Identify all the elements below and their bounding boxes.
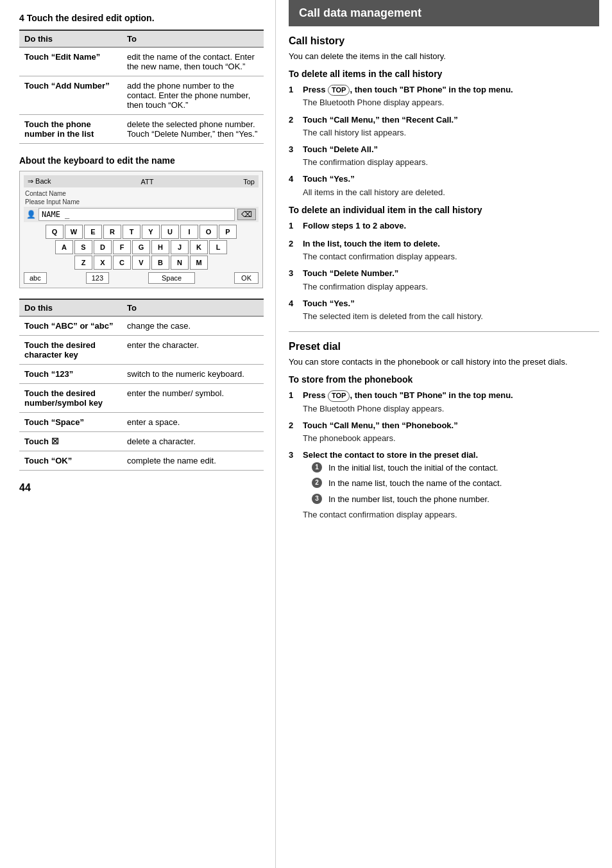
list-item: 3 Select the contact to store in the pre… [289,449,599,521]
kb-key-q[interactable]: Q [46,225,64,239]
delete-all-subtitle: To delete all items in the call history [289,69,599,79]
kb-key-a[interactable]: A [55,240,73,254]
kb-key-g[interactable]: G [132,240,150,254]
table2: Do this To Touch “ABC” or “abc” change t… [19,299,264,471]
sub-step-3: 3 In the number list, touch the phone nu… [303,494,502,505]
table2-row2-to: enter the character. [122,336,264,365]
table1-row3-to: delete the selected phone number. Touch … [122,115,264,144]
table2-row2-do: Touch the desired character key [19,336,122,365]
kb-key-h[interactable]: H [151,240,169,254]
table-row: Touch “Space” enter a space. [19,413,264,432]
table2-col1: Do this [19,299,122,317]
kb-backspace-btn[interactable]: ⌫ [237,209,256,220]
kb-abc-btn[interactable]: abc [24,272,47,284]
table-row: Touch “Edit Name” edit the name of the c… [19,48,264,76]
table2-row7-to: complete the name edit. [122,451,264,471]
kb-123-btn[interactable]: 123 [86,272,109,284]
store-phonebook-steps: 1 Press TOP, then touch "BT Phone" in th… [289,390,599,521]
kb-key-o[interactable]: O [200,225,217,239]
table1-row2-to: add the phone number to the contact. Ent… [122,76,264,115]
keyboard-section: About the keyboard to edit the name ⇒ Ba… [19,155,264,288]
kb-back-btn: ⇒ Back [28,177,51,186]
right-header: Call data management [289,0,599,26]
kb-key-u[interactable]: U [161,225,179,239]
table1-row2-do: Touch “Add Number” [19,76,122,115]
table-row: Touch “OK” complete the name edit. [19,451,264,471]
kb-contact-label: Contact Name [24,190,259,197]
list-item: 2 In the list, touch the item to delete.… [289,238,599,263]
kb-key-v[interactable]: V [132,256,150,270]
table2-row5-to: enter a space. [122,413,264,432]
list-item: 2 Touch “Call Menu,” then “Phonebook.” T… [289,420,599,444]
kb-row2: A S D F G H J K L [24,240,259,254]
table2-row4-do: Touch the desired number/symbol key [19,384,122,413]
kb-key-y[interactable]: Y [142,225,160,239]
kb-row3: Z X C V B N M [24,256,259,270]
list-item: 1 Press TOP, then touch "BT Phone" in th… [289,84,599,108]
kb-key-j[interactable]: J [171,240,189,254]
table-row: Touch the desired character key enter th… [19,336,264,365]
table2-row6-do: Touch ☒ [19,432,122,451]
kb-key-t[interactable]: T [123,225,140,239]
kb-row1: Q W E R T Y U I O P [24,225,259,239]
call-history-body: You can delete the items in the call his… [289,51,599,62]
table-row: Touch “ABC” or “abc” change the case. [19,317,264,336]
store-phonebook-subtitle: To store from the phonebook [289,374,599,385]
table1-row3-do: Touch the phone number in the list [19,115,122,144]
delete-individual-steps: 1 Follow steps 1 to 2 above. 2 In the li… [289,220,599,322]
list-item: 4 Touch “Yes.” All items in the call his… [289,173,599,198]
table2-col2: To [122,299,264,317]
top-button[interactable]: TOP [328,85,350,96]
table2-row6-to: delete a character. [122,432,264,451]
preset-dial-title: Preset dial [289,341,599,352]
keyboard-image: ⇒ Back ATT Top Contact Name Please Input… [19,171,263,288]
table-row: Touch ☒ delete a character. [19,432,264,451]
kb-key-d[interactable]: D [94,240,112,254]
kb-key-e[interactable]: E [84,225,102,239]
table-row: Touch “Add Number” add the phone number … [19,76,264,115]
list-item: 1 Press TOP, then touch "BT Phone" in th… [289,390,599,414]
delete-individual-subtitle: To delete an individual item in the call… [289,205,599,215]
kb-key-w[interactable]: W [65,225,83,239]
kb-input-field[interactable]: NAME _ [38,208,235,221]
kb-key-r[interactable]: R [103,225,121,239]
kb-key-l[interactable]: L [209,240,227,254]
kb-key-n[interactable]: N [171,256,189,270]
table2-row3-to: switch to the numeric keyboard. [122,365,264,384]
kb-key-f[interactable]: F [113,240,131,254]
table1-col2: To [122,30,264,48]
table2-row1-do: Touch “ABC” or “abc” [19,317,122,336]
kb-key-k[interactable]: K [190,240,208,254]
keyboard-heading: About the keyboard to edit the name [19,155,264,166]
kb-placeholder: Please Input Name [24,198,259,205]
table2-row1-to: change the case. [122,317,264,336]
kb-bottom-bar: abc 123 Space OK [24,272,259,284]
kb-key-z[interactable]: Z [74,256,92,270]
kb-key-i[interactable]: I [180,225,198,239]
right-column: Call data management Call history You ca… [276,0,612,868]
page-number: 44 [19,482,264,494]
table1-row1-to: edit the name of the contact. Enter the … [122,48,264,76]
table2-row5-do: Touch “Space” [19,413,122,432]
table1-col1: Do this [19,30,122,48]
table-row: Touch the phone number in the list delet… [19,115,264,144]
list-item: 1 Follow steps 1 to 2 above. [289,220,599,233]
kb-key-m[interactable]: M [190,256,208,270]
section1-heading: 4 Touch the desired edit option. [19,13,264,23]
kb-key-b[interactable]: B [151,256,169,270]
table2-row7-do: Touch “OK” [19,451,122,471]
kb-key-x[interactable]: X [94,256,112,270]
list-item: 4 Touch “Yes.” The selected item is dele… [289,298,599,322]
kb-ok-btn[interactable]: OK [234,272,259,284]
kb-user-icon: 👤 [26,210,36,219]
kb-key-c[interactable]: C [113,256,131,270]
table1-row1-do: Touch “Edit Name” [19,48,122,76]
table1: Do this To Touch “Edit Name” edit the na… [19,30,264,144]
kb-space-btn[interactable]: Space [148,272,195,284]
kb-key-p[interactable]: P [219,225,237,239]
call-history-title: Call history [289,35,599,47]
kb-att-label: ATT [140,178,153,186]
table2-row4-to: enter the number/ symbol. [122,384,264,413]
kb-key-s[interactable]: S [74,240,92,254]
top-button-2[interactable]: TOP [328,390,350,401]
